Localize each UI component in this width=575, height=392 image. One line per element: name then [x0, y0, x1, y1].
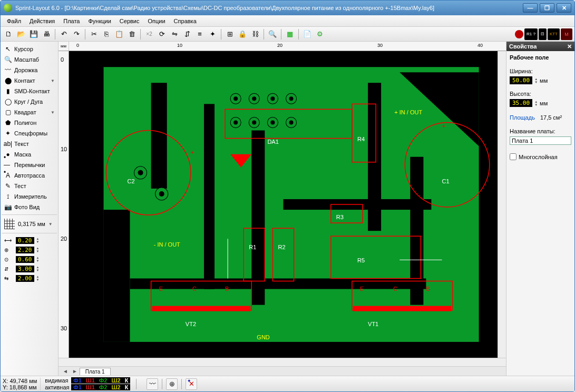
layer-icon[interactable]: ▦: [284, 28, 296, 40]
tool-текст[interactable]: ab|Текст: [2, 139, 57, 149]
menu-help[interactable]: Справка: [170, 17, 201, 25]
layer-Ф2[interactable]: Ф2: [97, 384, 110, 390]
layer-Ш1[interactable]: Ш1: [84, 377, 97, 384]
lock-icon[interactable]: 🔒: [237, 28, 248, 40]
r1-badge[interactable]: R1 ?: [524, 28, 538, 40]
tool-фото-вид[interactable]: 📷Фото Вид: [2, 202, 57, 212]
maximize-button[interactable]: ❐: [540, 3, 554, 13]
svg-rect-6: [204, 104, 215, 289]
snap-icon[interactable]: ✦: [207, 28, 218, 40]
grid-setting[interactable]: 0,3175 мм ▼: [2, 217, 57, 231]
width-input[interactable]: 50.00: [510, 76, 532, 84]
tool-масштаб[interactable]: 🔍Масштаб: [2, 54, 57, 65]
tool-icon-1[interactable]: 〰: [147, 378, 158, 390]
undo-icon[interactable]: ↶: [58, 28, 70, 40]
menu-service[interactable]: Сервис: [115, 17, 144, 25]
menu-file[interactable]: Файл: [3, 17, 25, 25]
window-title: Sprint-Layout 6.0 - [D:\Картинки\Сделай …: [15, 5, 523, 11]
area-link[interactable]: Площадь: [510, 114, 535, 121]
size-setting[interactable]: ⇵3.00▲▼: [2, 264, 57, 273]
tab-next[interactable]: ►: [70, 368, 80, 374]
tool-перемычки[interactable]: •—•Перемычки: [2, 160, 57, 170]
tool-icon-2[interactable]: ⊕: [166, 378, 178, 390]
height-input[interactable]: 35.00: [510, 99, 532, 107]
mark-badge[interactable]: ⊡: [539, 28, 547, 40]
svg-text:B: B: [225, 286, 229, 292]
layer-К[interactable]: К: [123, 384, 131, 390]
layer-Ш2[interactable]: Ш2: [109, 377, 122, 384]
svg-rect-43: [353, 306, 452, 311]
link-icon[interactable]: ⛓: [249, 28, 261, 40]
height-spinner[interactable]: ▲▼: [534, 100, 538, 106]
mirror-v-icon[interactable]: ⇵: [181, 28, 193, 40]
size-setting[interactable]: ⟷0.20▲▼: [2, 236, 57, 245]
delete-icon[interactable]: 🗑: [126, 28, 138, 40]
save-icon[interactable]: 💾: [28, 28, 40, 40]
layer-Ш2[interactable]: Ш2: [109, 384, 122, 390]
ktt-badge[interactable]: KTT: [548, 28, 560, 40]
rotate-icon[interactable]: ⟳: [156, 28, 168, 40]
paste-icon[interactable]: 📋: [113, 28, 125, 40]
size-setting[interactable]: ⇆2.00▲▼: [2, 273, 57, 283]
mirror-h-icon[interactable]: ⇋: [169, 28, 180, 40]
layer-Ф1[interactable]: Ф1: [71, 384, 84, 390]
svg-text:B: B: [426, 286, 430, 292]
size-setting[interactable]: ⊕2.20▲▼: [2, 245, 57, 254]
svg-text:R5: R5: [357, 257, 365, 263]
layer-К[interactable]: К: [123, 377, 131, 384]
tool-автотрасса[interactable]: AАвтотрасса: [2, 170, 57, 181]
vertical-scrollbar[interactable]: [498, 51, 506, 358]
tool-тест[interactable]: ✎Тест: [2, 181, 57, 191]
layer-selector[interactable]: видимаяФ1Ш1Ф2Ш2К активнаяФ1Ш1Ф2Ш2К: [45, 377, 130, 390]
tool-дорожка[interactable]: 〰Дорожка: [2, 65, 57, 75]
x2-icon[interactable]: ×2: [143, 28, 155, 40]
new-icon[interactable]: 🗋: [3, 28, 14, 40]
svg-text:DA1: DA1: [267, 139, 278, 145]
layer-Ф1[interactable]: Ф1: [71, 377, 84, 384]
minimize-button[interactable]: —: [523, 3, 538, 13]
tool-полигон[interactable]: ⬟Полигон: [2, 117, 57, 128]
drc-icon[interactable]: [515, 30, 523, 38]
menu-functions[interactable]: Функции: [84, 17, 115, 25]
align-icon[interactable]: ≡: [194, 28, 206, 40]
size-setting[interactable]: ⊙0.60▲▼: [2, 254, 57, 264]
width-spinner[interactable]: ▲▼: [534, 77, 538, 84]
copy-icon[interactable]: ⎘: [101, 28, 112, 40]
menu-actions[interactable]: Действия: [25, 17, 59, 25]
menu-options[interactable]: Опции: [144, 17, 170, 25]
height-label: Высота:: [510, 91, 571, 97]
group-icon[interactable]: ⊞: [224, 28, 236, 40]
tool-курсор[interactable]: ↖Курсор: [2, 44, 57, 54]
close-button[interactable]: ✕: [557, 3, 571, 13]
tool-smd-контакт[interactable]: ▮SMD-Контакт: [2, 86, 57, 96]
zoom-icon[interactable]: 🔍: [267, 28, 278, 40]
macro-icon[interactable]: 📄: [301, 28, 313, 40]
tab-prev[interactable]: ◄: [61, 368, 70, 374]
tool-спецформы[interactable]: ✦Спецформы: [2, 128, 57, 139]
svg-text:+: +: [442, 123, 445, 129]
open-icon[interactable]: 📂: [15, 28, 27, 40]
cut-icon[interactable]: ✂: [88, 28, 100, 40]
svg-point-28: [233, 120, 238, 124]
tool-измеритель[interactable]: ⟟Измеритель: [2, 191, 57, 202]
layer-Ш1[interactable]: Ш1: [84, 384, 97, 390]
svg-text:R4: R4: [357, 136, 365, 142]
tool-квадрат[interactable]: ▢Квадрат▼: [2, 107, 57, 117]
properties-close-icon[interactable]: ✕: [567, 43, 572, 50]
tool-контакт[interactable]: ⬤Контакт▼: [2, 75, 57, 86]
menu-board[interactable]: Плата: [59, 17, 84, 25]
app-icon: [4, 4, 12, 12]
redo-icon[interactable]: ↷: [71, 28, 82, 40]
multilayer-checkbox[interactable]: Многослойная: [510, 153, 571, 160]
board-name-label: Название платы:: [510, 128, 571, 134]
tool-круг-дуга[interactable]: ◯Круг / Дуга: [2, 96, 57, 107]
board-name-input[interactable]: [510, 136, 571, 145]
pcb-canvas[interactable]: DA1 R4 R3 R1 R2 R5 C1 C2 VT1 VT2 +: [69, 51, 498, 358]
m-badge[interactable]: M: [561, 28, 572, 40]
horizontal-scrollbar[interactable]: [59, 358, 506, 366]
tab-board-1[interactable]: Плата 1: [80, 368, 111, 375]
layer-Ф2[interactable]: Ф2: [97, 377, 110, 384]
print-icon[interactable]: 🖶: [41, 28, 52, 40]
settings-icon[interactable]: ⚙: [314, 28, 326, 40]
tool-icon-3[interactable]: ✕✦: [186, 378, 197, 390]
